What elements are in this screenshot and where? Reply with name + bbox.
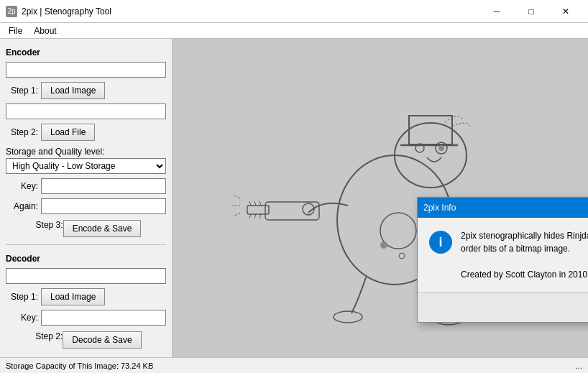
decoder-key-row: Key: [6, 310, 166, 326]
menu-bar: File About [0, 23, 588, 39]
encoder-step2-row [6, 103, 166, 119]
dialog-title: 2pix Info [423, 203, 456, 213]
main-content: Encoder Step 1: Load Image Step 2: Load … [0, 39, 588, 357]
left-panel: Encoder Step 1: Load Image Step 2: Load … [0, 39, 173, 357]
status-text: Storage Capacity of This Image: 73.24 KB [6, 362, 153, 370]
decoder-section-label: Decoder [6, 254, 166, 264]
encode-save-button[interactable]: Encode & Save [63, 220, 142, 237]
encoder-step3-row: Step 3: Encode & Save [6, 220, 166, 237]
dialog-line2: Created by Scott Clayton in 2010 [461, 268, 588, 281]
menu-file[interactable]: File [3, 24, 28, 37]
menu-about[interactable]: About [28, 24, 62, 37]
decoder-key-input[interactable] [41, 310, 166, 326]
encoder-load-image-button[interactable]: Load Image [41, 82, 105, 99]
encoder-again-input[interactable] [41, 198, 166, 214]
encoder-key-label: Key: [6, 181, 38, 191]
dialog-text: 2pix stenographically hides Rinjdael enc… [461, 229, 588, 281]
encoder-step3-label: Step 3: [31, 220, 63, 237]
info-dialog: 2pix Info ✕ i 2pix stenographically hide… [417, 197, 588, 323]
decoder-step1-label: Step 1: [6, 292, 38, 302]
dialog-titlebar: 2pix Info ✕ [418, 198, 588, 218]
decoder-key-label: Key: [6, 313, 38, 323]
storage-quality-select[interactable]: High Quality - Low StorageMedium Quality… [6, 158, 166, 174]
dialog-info-icon: i [429, 231, 452, 254]
svg-point-7 [438, 145, 444, 151]
app-icon: 2p [6, 6, 17, 17]
divider [6, 244, 166, 245]
status-right: ... [576, 362, 582, 370]
encoder-section-label: Encoder [6, 47, 166, 57]
encoder-again-label: Again: [6, 201, 38, 211]
encoder-step1-label: Step 1: [6, 86, 38, 96]
right-panel: 2pix Info ✕ i 2pix stenographically hide… [173, 39, 588, 357]
decode-save-button[interactable]: Decode & Save [63, 331, 141, 349]
title-bar: 2p 2pix | Stenography Tool ─ □ ✕ [0, 0, 588, 23]
encoder-step1-btn-row: Step 1: Load Image [6, 82, 166, 99]
svg-point-23 [380, 241, 387, 249]
minimize-button[interactable]: ─ [480, 1, 513, 22]
decoder-step1-input[interactable] [6, 268, 166, 284]
maximize-button[interactable]: □ [515, 1, 548, 22]
decoder-load-image-button[interactable]: Load Image [41, 288, 105, 305]
encoder-key-row: Key: [6, 178, 166, 194]
encoder-load-file-button[interactable]: Load File [41, 124, 95, 141]
storage-quality-label: Storage and Quality level: [6, 147, 166, 157]
encoder-step2-label: Step 2: [6, 127, 38, 137]
title-bar-left: 2p 2pix | Stenography Tool [6, 6, 111, 17]
decoder-step1-btn-row: Step 1: Load Image [6, 288, 166, 305]
dialog-line1: 2pix stenographically hides Rinjdael enc… [461, 229, 588, 255]
encoder-again-row: Again: [6, 198, 166, 214]
encoder-key-input[interactable] [41, 178, 166, 194]
encoder-step1-input[interactable] [6, 62, 166, 78]
title-bar-controls: ─ □ ✕ [480, 1, 582, 22]
title-bar-text: 2pix | Stenography Tool [22, 6, 111, 17]
decoder-step1-row [6, 268, 166, 284]
dialog-footer: OK [418, 293, 588, 322]
encoder-step2-btn-row: Step 2: Load File [6, 124, 166, 141]
dialog-body: i 2pix stenographically hides Rinjdael e… [418, 218, 588, 293]
decoder-step2-label: Step 2: [30, 331, 63, 349]
encoder-step1-row [6, 62, 166, 78]
encoder-step2-input[interactable] [6, 103, 166, 119]
storage-quality-row: Storage and Quality level: High Quality … [6, 147, 166, 174]
decoder-step2-row: Step 2: Decode & Save [6, 331, 166, 349]
status-bar: Storage Capacity of This Image: 73.24 KB… [0, 357, 588, 373]
close-button[interactable]: ✕ [549, 1, 582, 22]
